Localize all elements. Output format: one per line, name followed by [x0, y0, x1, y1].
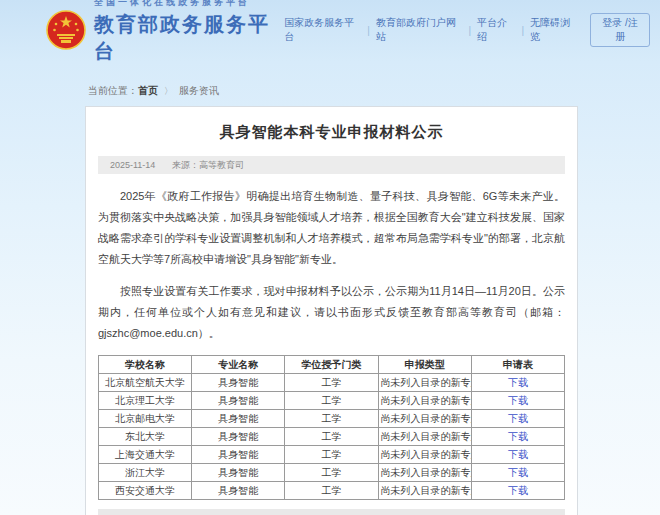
breadcrumb-prefix: 当前位置： [88, 85, 138, 96]
breadcrumb-separator: 〉 [164, 86, 173, 96]
cell-major: 具身智能 [192, 482, 285, 500]
breadcrumb-home-link[interactable]: 首页 [138, 85, 158, 96]
logo-text: 全国一体化在线政务服务平台 教育部政务服务平台 [94, 0, 284, 65]
cell-type: 尚未列入目录的新专业 [378, 464, 471, 482]
cell-degree: 工学 [285, 410, 378, 428]
site-header: 全国一体化在线政务服务平台 教育部政务服务平台 国家政务服务平台 | 教育部政府… [0, 0, 660, 60]
login-register-button[interactable]: 登录 /注册 [590, 13, 650, 47]
editor-bar: （责任编辑：高等教育司） [98, 509, 565, 515]
download-link[interactable]: 下载 [508, 449, 528, 460]
breadcrumb-current: 服务资讯 [179, 85, 219, 96]
table-row: 北京航空航天大学 具身智能 工学 尚未列入目录的新专业 下载 [99, 374, 565, 392]
cell-major: 具身智能 [192, 374, 285, 392]
cell-school: 北京邮电大学 [99, 410, 192, 428]
download-link[interactable]: 下载 [508, 467, 528, 478]
cell-degree: 工学 [285, 464, 378, 482]
table-header-row: 学校名称 专业名称 学位授予门类 申报类型 申请表 [99, 356, 565, 374]
cell-school: 北京航空航天大学 [99, 374, 192, 392]
cell-type: 尚未列入目录的新专业 [378, 446, 471, 464]
national-emblem-icon [46, 10, 86, 50]
cell-school: 上海交通大学 [99, 446, 192, 464]
cell-major: 具身智能 [192, 446, 285, 464]
cell-school: 东北大学 [99, 428, 192, 446]
nav-separator: | [522, 25, 525, 36]
col-header-school: 学校名称 [99, 356, 192, 374]
col-header-major: 专业名称 [192, 356, 285, 374]
platform-subtitle: 全国一体化在线政务服务平台 [94, 0, 284, 9]
nav-separator: | [367, 25, 370, 36]
cell-type: 尚未列入目录的新专业 [378, 392, 471, 410]
site-logo: 全国一体化在线政务服务平台 教育部政务服务平台 [46, 0, 284, 65]
nav-link-moe-portal[interactable]: 教育部政府门户网站 [376, 16, 463, 44]
cell-major: 具身智能 [192, 464, 285, 482]
nav-separator: | [468, 25, 471, 36]
cell-major: 具身智能 [192, 410, 285, 428]
cell-degree: 工学 [285, 446, 378, 464]
cell-school: 北京理工大学 [99, 392, 192, 410]
table-row: 北京邮电大学 具身智能 工学 尚未列入目录的新专业 下载 [99, 410, 565, 428]
article-meta-bar: 2025-11-14 来源：高等教育司 [98, 156, 565, 174]
platform-title: 教育部政务服务平台 [94, 11, 284, 65]
article-source: 来源：高等教育司 [172, 160, 244, 170]
nav-link-platform-intro[interactable]: 平台介绍 [477, 16, 515, 44]
application-table: 学校名称 专业名称 学位授予门类 申报类型 申请表 北京航空航天大学 具身智能 … [98, 355, 565, 500]
cell-degree: 工学 [285, 374, 378, 392]
download-link[interactable]: 下载 [508, 377, 528, 388]
page-title: 具身智能本科专业申报材料公示 [98, 123, 565, 142]
cell-type: 尚未列入目录的新专业 [378, 410, 471, 428]
cell-major: 具身智能 [192, 428, 285, 446]
cell-degree: 工学 [285, 482, 378, 500]
table-row: 浙江大学 具身智能 工学 尚未列入目录的新专业 下载 [99, 464, 565, 482]
article-paragraph-1: 2025年《政府工作报告》明确提出培育生物制造、量子科技、具身智能、6G等未来产… [98, 186, 565, 270]
col-header-degree: 学位授予门类 [285, 356, 378, 374]
cell-degree: 工学 [285, 392, 378, 410]
cell-major: 具身智能 [192, 392, 285, 410]
table-row: 上海交通大学 具身智能 工学 尚未列入目录的新专业 下载 [99, 446, 565, 464]
cell-type: 尚未列入目录的新专业 [378, 482, 471, 500]
download-link[interactable]: 下载 [508, 431, 528, 442]
header-nav: 国家政务服务平台 | 教育部政府门户网站 | 平台介绍 | 无障碍浏览 登录 /… [284, 13, 650, 47]
cell-school: 西安交通大学 [99, 482, 192, 500]
breadcrumb: 当前位置：首页〉服务资讯 [88, 84, 660, 98]
cell-type: 尚未列入目录的新专业 [378, 374, 471, 392]
download-link[interactable]: 下载 [508, 413, 528, 424]
col-header-type: 申报类型 [378, 356, 471, 374]
cell-degree: 工学 [285, 428, 378, 446]
cell-type: 尚未列入目录的新专业 [378, 428, 471, 446]
download-link[interactable]: 下载 [508, 485, 528, 496]
download-link[interactable]: 下载 [508, 395, 528, 406]
table-row: 西安交通大学 具身智能 工学 尚未列入目录的新专业 下载 [99, 482, 565, 500]
article-date: 2025-11-14 [110, 160, 155, 170]
nav-link-national-platform[interactable]: 国家政务服务平台 [284, 16, 361, 44]
article-card: 具身智能本科专业申报材料公示 2025-11-14 来源：高等教育司 2025年… [85, 106, 578, 515]
cell-school: 浙江大学 [99, 464, 192, 482]
col-header-form: 申请表 [471, 356, 564, 374]
table-row: 北京理工大学 具身智能 工学 尚未列入目录的新专业 下载 [99, 392, 565, 410]
table-row: 东北大学 具身智能 工学 尚未列入目录的新专业 下载 [99, 428, 565, 446]
nav-link-accessibility[interactable]: 无障碍浏览 [530, 16, 578, 44]
article-paragraph-2: 按照专业设置有关工作要求，现对申报材料予以公示，公示期为11月14日—11月20… [98, 281, 565, 344]
